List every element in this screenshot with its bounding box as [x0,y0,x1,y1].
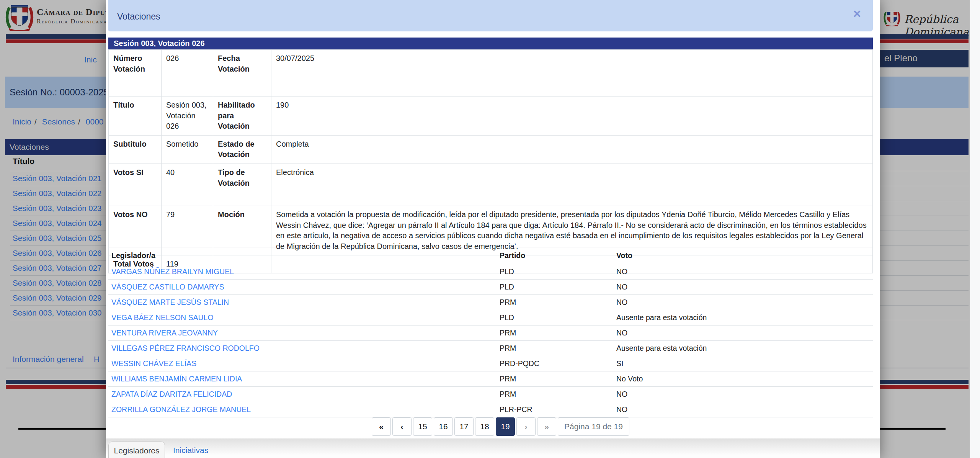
legislator-link[interactable]: WESSIN CHÁVEZ ELÍAS [111,359,196,368]
vote-cell: Ausente para esta votación [613,310,873,326]
legislator-link[interactable]: VÁSQUEZ CASTILLO DAMARYS [111,283,224,291]
detail-row: Subtitulo Sometido Estado de Votación Co… [109,135,873,164]
party-cell: PRM [497,387,613,402]
detail-value: Completa [271,135,873,164]
col-voto: Voto [613,247,873,264]
party-cell: PLD [497,264,613,280]
table-row: VARGAS NÚÑEZ BRAILYN MIGUEL PLD NO [108,264,873,280]
table-row: VÁSQUEZ CASTILLO DAMARYS PLD NO [108,280,873,295]
detail-label: Habilitado para Votación [213,97,271,136]
vote-cell: NO [613,264,873,280]
table-row: WESSIN CHÁVEZ ELÍAS PRD-PQDC SI [108,356,873,371]
vote-cell: NO [613,280,873,295]
table-row: VENTURA RIVERA JEOVANNY PRM NO [108,326,873,341]
party-cell: PLD [497,310,613,326]
detail-label: Subtitulo [109,135,162,164]
legislator-link[interactable]: VÁSQUEZ MARTE JESÚS STALIN [111,298,229,306]
vote-cell: No Voto [613,371,873,387]
table-row: VILLEGAS PÉREZ FRANCISCO RODOLFO PRM Aus… [108,341,873,356]
detail-row: Título Sesión 003, Votación 026 Habilita… [109,97,873,136]
modal-tab-band: Legisladores Iniciativas [106,438,880,458]
detail-value: 190 [271,97,873,136]
vote-cell: NO [613,295,873,310]
vote-cell: Ausente para esta votación [613,341,873,356]
detail-label: Estado de Votación [213,135,271,164]
pagination-first-button[interactable]: « [372,417,391,436]
detail-label: Fecha Votación [213,50,271,97]
detail-value: 026 [162,50,213,97]
votacion-detail: Sesión 003, Votación 026 Número Votación… [108,38,873,273]
vote-cell: NO [613,402,873,417]
party-cell: PRM [497,326,613,341]
table-row: VÁSQUEZ MARTE JESÚS STALIN PRM NO [108,295,873,310]
pagination-page-button[interactable]: 17 [454,417,474,436]
table-row: VEGA BÁEZ NELSON SAULO PLD Ausente para … [108,310,873,326]
legislator-name-cell: WESSIN CHÁVEZ ELÍAS [108,356,497,371]
legislator-name-cell: VEGA BÁEZ NELSON SAULO [108,310,497,326]
party-cell: PLR-PCR [497,402,613,417]
detail-row: Número Votación 026 Fecha Votación 30/07… [109,50,873,97]
detail-label: Votos SI [109,164,162,206]
detail-label: Número Votación [109,50,162,97]
party-cell: PRM [497,371,613,387]
party-cell: PRD-PQDC [497,356,613,371]
votacion-detail-header: Sesión 003, Votación 026 [108,38,873,49]
party-cell: PRM [497,341,613,356]
legislator-name-cell: ZORRILLA GONZÁLEZ JORGE MANUEL [108,402,497,417]
detail-row: Votos SI 40 Tipo de Votación Electrónica [109,164,873,206]
pagination-next-button[interactable]: › [516,417,536,436]
legislator-name-cell: VILLEGAS PÉREZ FRANCISCO RODOLFO [108,341,497,356]
pagination-page-button[interactable]: 16 [434,417,453,436]
legislators-header-row: Legislador/a Partido Voto [108,247,873,264]
legislator-link[interactable]: VENTURA RIVERA JEOVANNY [111,329,218,337]
legislators-section: Legislador/a Partido Voto VARGAS NÚÑEZ B… [108,247,873,417]
legislators-table: Legislador/a Partido Voto VARGAS NÚÑEZ B… [108,247,873,417]
party-cell: PLD [497,280,613,295]
legislator-link[interactable]: VILLEGAS PÉREZ FRANCISCO RODOLFO [111,344,260,352]
vote-cell: SI [613,356,873,371]
votaciones-modal: Votaciones ✕ Sesión 003, Votación 026 Nú… [106,0,880,458]
vote-cell: NO [613,387,873,402]
votacion-detail-table: Número Votación 026 Fecha Votación 30/07… [108,49,873,273]
table-row: ZORRILLA GONZÁLEZ JORGE MANUEL PLR-PCR N… [108,402,873,417]
vote-cell: NO [613,326,873,341]
legislator-link[interactable]: WILLIAMS BENJAMÍN CARMEN LIDIA [111,375,242,383]
detail-value: 40 [162,164,213,206]
legislator-name-cell: VARGAS NÚÑEZ BRAILYN MIGUEL [108,264,497,280]
legislator-link[interactable]: ZAPATA DÍAZ DARITZA FELICIDAD [111,390,232,398]
tab-iniciativas[interactable]: Iniciativas [173,442,208,458]
detail-value: Sometido [162,135,213,164]
legislator-link[interactable]: VEGA BÁEZ NELSON SAULO [111,313,214,322]
pagination-last-button[interactable]: » [537,417,556,436]
close-icon[interactable]: ✕ [853,9,861,20]
col-partido: Partido [497,247,613,264]
detail-label: Título [109,97,162,136]
legislator-name-cell: ZAPATA DÍAZ DARITZA FELICIDAD [108,387,497,402]
party-cell: PRM [497,295,613,310]
pagination-prev-button[interactable]: ‹ [392,417,412,436]
legislator-name-cell: VENTURA RIVERA JEOVANNY [108,326,497,341]
detail-value: Sesión 003, Votación 026 [162,97,213,136]
page-right-gutter [970,0,980,458]
pagination-page-button[interactable]: 18 [475,417,494,436]
pagination-page-button[interactable]: 19 [496,417,515,436]
screen: Cámara de Diputados República Dominicana… [0,0,980,458]
modal-title: Votaciones [117,0,160,31]
detail-label: Tipo de Votación [213,164,271,206]
legislator-link[interactable]: ZORRILLA GONZÁLEZ JORGE MANUEL [111,405,251,414]
legislator-name-cell: WILLIAMS BENJAMÍN CARMEN LIDIA [108,371,497,387]
pagination-status: Página 19 de 19 [558,417,629,436]
modal-header: Votaciones ✕ [108,0,873,31]
legislator-link[interactable]: VARGAS NÚÑEZ BRAILYN MIGUEL [111,267,234,276]
detail-value: 30/07/2025 [271,50,873,97]
pagination: « ‹ 15 16 17 18 19 › » Página 19 de 19 [372,417,629,436]
detail-value: Electrónica [271,164,873,206]
table-row: WILLIAMS BENJAMÍN CARMEN LIDIA PRM No Vo… [108,371,873,387]
table-row: ZAPATA DÍAZ DARITZA FELICIDAD PRM NO [108,387,873,402]
legislator-name-cell: VÁSQUEZ MARTE JESÚS STALIN [108,295,497,310]
pagination-page-button[interactable]: 15 [413,417,432,436]
legislator-name-cell: VÁSQUEZ CASTILLO DAMARYS [108,280,497,295]
col-legislador: Legislador/a [108,247,497,264]
tab-legisladores[interactable]: Legisladores [108,442,165,458]
